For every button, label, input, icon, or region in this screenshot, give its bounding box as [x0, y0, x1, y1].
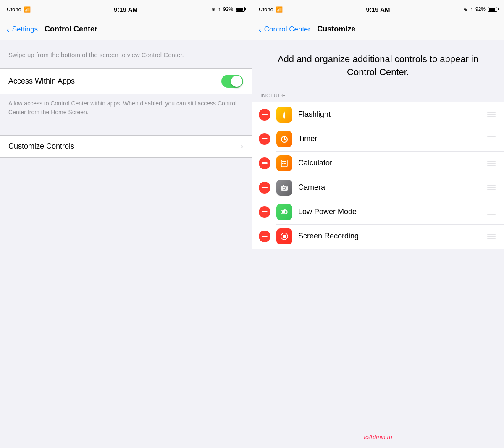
svg-rect-13	[285, 165, 286, 165]
right-back-chevron: ‹	[259, 25, 262, 34]
left-back-chevron: ‹	[7, 25, 10, 34]
right-back-button[interactable]: ‹ Control Center	[259, 25, 310, 34]
svg-rect-18	[286, 186, 287, 187]
right-battery-pct: 92%	[475, 6, 486, 12]
flashlight-label: Flashlight	[298, 110, 480, 119]
camera-drag-handle[interactable]	[486, 183, 497, 192]
access-within-apps-row: Access Within Apps	[0, 69, 252, 94]
left-battery-pct: 92%	[223, 6, 233, 12]
customize-controls-row[interactable]: Customize Controls ›	[0, 136, 252, 157]
remove-low-power-button[interactable]	[259, 206, 270, 218]
svg-rect-12	[284, 165, 285, 165]
left-arrow-icon: ↑	[218, 6, 220, 12]
access-within-apps-group: Access Within Apps	[0, 68, 252, 94]
right-panel: Ufone 📶 9:19 AM ⊕ ↑ 92% ‹ Control Center…	[252, 0, 504, 448]
right-nav-bar: ‹ Control Center Customize	[252, 18, 504, 40]
camera-label: Camera	[298, 183, 480, 192]
right-status-bar: Ufone 📶 9:19 AM ⊕ ↑ 92%	[252, 0, 504, 18]
right-arrow-icon: ↑	[470, 6, 473, 12]
customize-controls-chevron: ›	[241, 143, 243, 150]
screen-recording-icon	[276, 228, 292, 244]
left-carrier: Ufone	[7, 6, 21, 13]
watermark: toAdmin.ru	[364, 434, 392, 440]
controls-list: Flashlight Timer	[252, 102, 504, 249]
remove-calculator-button[interactable]	[259, 157, 270, 169]
list-item-screen-recording: Screen Recording	[252, 224, 504, 249]
right-wifi-icon: 📶	[276, 6, 283, 13]
right-battery-icon	[488, 7, 497, 12]
right-battery-fill	[489, 8, 495, 11]
flashlight-drag-handle[interactable]	[486, 110, 497, 119]
toggle-knob	[231, 76, 242, 87]
list-item-calculator: Calculator	[252, 151, 504, 176]
access-within-apps-label: Access Within Apps	[8, 77, 75, 86]
left-battery-fill	[236, 8, 243, 11]
screen-recording-label: Screen Recording	[298, 232, 480, 241]
right-carrier: Ufone	[259, 6, 273, 13]
calculator-icon	[276, 155, 292, 171]
right-status-right: ⊕ ↑ 92%	[418, 6, 497, 12]
svg-rect-21	[287, 211, 288, 212]
left-status-left: Ufone 📶	[7, 6, 86, 13]
left-nav-bar: ‹ Settings Control Center	[0, 18, 252, 40]
list-item-timer: Timer	[252, 127, 504, 151]
svg-rect-8	[282, 163, 284, 164]
customize-controls-label: Customize Controls	[8, 142, 74, 151]
camera-icon	[276, 180, 292, 196]
left-status-right: ⊕ ↑ 92%	[165, 6, 245, 12]
svg-rect-10	[285, 163, 286, 164]
remove-camera-button[interactable]	[259, 182, 270, 194]
list-item-flashlight: Flashlight	[252, 102, 504, 127]
right-status-left: Ufone 📶	[259, 6, 338, 13]
calculator-label: Calculator	[298, 159, 480, 168]
svg-rect-20	[282, 211, 285, 213]
low-power-icon	[276, 204, 292, 220]
timer-label: Timer	[298, 134, 480, 143]
low-power-label: Low Power Mode	[298, 207, 480, 216]
remove-flashlight-button[interactable]	[259, 109, 270, 121]
left-battery-icon	[236, 7, 245, 12]
svg-rect-17	[283, 185, 284, 186]
left-back-button[interactable]: ‹ Settings	[7, 25, 38, 34]
right-description: Add and organize additional controls to …	[252, 40, 504, 87]
svg-point-1	[284, 117, 285, 118]
svg-point-26	[283, 235, 286, 238]
left-status-time: 9:19 AM	[86, 6, 165, 13]
low-power-drag-handle[interactable]	[486, 208, 497, 216]
left-status-bar: Ufone 📶 9:19 AM ⊕ ↑ 92%	[0, 0, 252, 18]
customize-controls-group: Customize Controls ›	[0, 135, 252, 158]
left-back-label: Settings	[12, 25, 38, 34]
svg-rect-9	[284, 163, 285, 164]
access-within-apps-toggle[interactable]	[221, 75, 243, 88]
remove-timer-button[interactable]	[259, 133, 270, 145]
include-section-header: INCLUDE	[252, 87, 504, 102]
right-status-time: 9:19 AM	[338, 6, 417, 13]
right-nav-title: Customize	[317, 25, 355, 34]
right-location-icon: ⊕	[464, 6, 468, 12]
remove-screen-recording-button[interactable]	[259, 231, 270, 242]
list-item-camera: Camera	[252, 176, 504, 200]
svg-rect-0	[284, 114, 285, 118]
access-description: Allow access to Control Center within ap…	[0, 94, 252, 125]
svg-rect-7	[282, 161, 286, 162]
left-wifi-icon: 📶	[24, 6, 31, 13]
flashlight-icon	[276, 107, 292, 123]
timer-icon	[276, 131, 292, 147]
svg-rect-11	[282, 165, 284, 165]
left-location-icon: ⊕	[211, 6, 215, 12]
calculator-drag-handle[interactable]	[486, 159, 497, 168]
screen-recording-drag-handle[interactable]	[486, 232, 497, 241]
right-back-label: Control Center	[264, 25, 311, 34]
left-panel: Ufone 📶 9:19 AM ⊕ ↑ 92% ‹ Settings Contr…	[0, 0, 252, 448]
left-nav-title: Control Center	[45, 25, 97, 34]
left-description: Swipe up from the bottom of the screen t…	[0, 40, 252, 68]
svg-point-16	[284, 187, 285, 189]
list-item-low-power: Low Power Mode	[252, 200, 504, 224]
timer-drag-handle[interactable]	[486, 135, 497, 143]
